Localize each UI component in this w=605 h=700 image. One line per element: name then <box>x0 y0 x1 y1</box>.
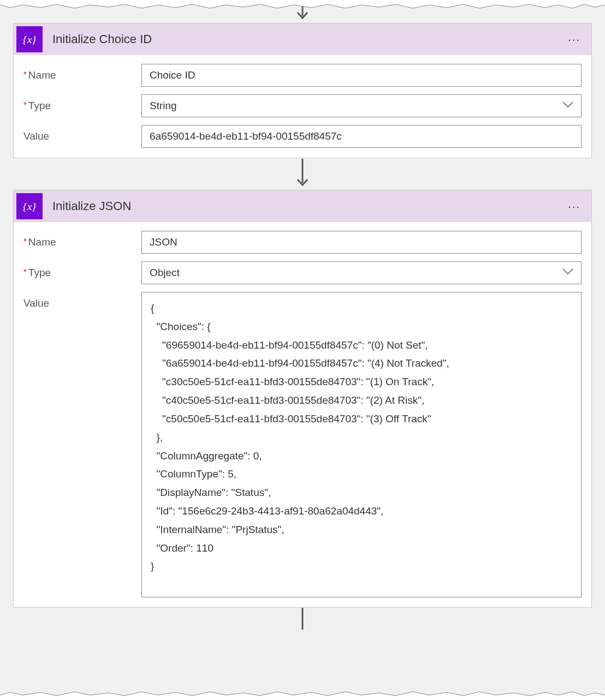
flow-arrow-connector <box>13 158 592 190</box>
field-label-type: *Type <box>23 261 141 279</box>
action-header[interactable]: {x} Initialize Choice ID ··· <box>14 23 591 55</box>
flow-arrow-incoming <box>13 0 592 23</box>
name-input[interactable] <box>141 231 582 254</box>
action-title: Initialize Choice ID <box>52 32 565 46</box>
name-input[interactable] <box>141 64 582 87</box>
svg-text:{x}: {x} <box>23 200 37 212</box>
type-select[interactable]: Object <box>141 261 582 284</box>
variable-icon: {x} <box>16 26 43 52</box>
field-label-value: Value <box>23 125 141 142</box>
variable-icon: {x} <box>16 193 43 219</box>
field-label-name: *Name <box>23 231 141 248</box>
action-menu-button[interactable]: ··· <box>565 31 584 48</box>
type-select[interactable]: String <box>141 94 582 117</box>
value-textarea[interactable]: { "Choices": { "69659014-be4d-eb11-bf94-… <box>141 292 582 597</box>
action-body: *Name *Type Object <box>14 222 591 607</box>
action-menu-button[interactable]: ··· <box>565 198 584 215</box>
action-body: *Name *Type String <box>14 55 591 158</box>
required-star-icon: * <box>23 236 27 246</box>
required-star-icon: * <box>23 267 27 276</box>
field-label-value: Value <box>23 292 141 309</box>
required-star-icon: * <box>23 100 27 109</box>
action-card-initialize-choice-id: {x} Initialize Choice ID ··· *Name *Type <box>13 23 592 158</box>
value-input[interactable] <box>141 125 582 148</box>
field-label-type: *Type <box>23 94 141 112</box>
svg-text:{x}: {x} <box>23 33 37 45</box>
action-header[interactable]: {x} Initialize JSON ··· <box>14 190 591 222</box>
required-star-icon: * <box>23 69 27 79</box>
field-label-name: *Name <box>23 64 141 81</box>
flow-arrow-outgoing <box>13 608 592 630</box>
action-card-initialize-json: {x} Initialize JSON ··· *Name *Type <box>13 190 592 608</box>
action-title: Initialize JSON <box>52 199 565 213</box>
